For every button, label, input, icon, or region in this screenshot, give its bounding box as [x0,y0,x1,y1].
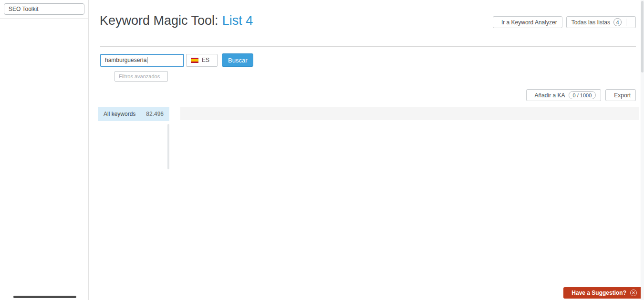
toolkit-selector[interactable]: SEO Toolkit [4,3,84,15]
all-keywords-label: All keywords [104,111,135,117]
all-lists-label: Todas las listas [571,19,610,26]
go-to-keyword-analyzer-button[interactable]: Ir a Keyword Analyzer [493,16,562,28]
quick-filter-row: Filtros avanzados [100,71,168,82]
close-icon[interactable]: ✕ [630,290,637,296]
toolkit-label: SEO Toolkit [9,6,38,12]
horizontal-scrollbar-thumb[interactable] [13,296,76,298]
page-vertical-scrollbar[interactable] [641,0,644,300]
export-label: Export [614,92,631,99]
summary-row [100,90,130,101]
keyword-groups-panel: All keywords 82.496 [98,107,169,300]
page: SEO Toolkit Keyword Magic Tool: List 4 I… [0,0,644,300]
keywords-table [180,107,639,300]
divider [626,19,626,26]
table-header [180,107,639,120]
main-content: Keyword Magic Tool: List 4 Ir a Keyword … [89,0,641,300]
vertical-scrollbar-thumb[interactable] [641,1,644,72]
text-cursor [147,57,147,63]
search-input[interactable]: hamburguesería [100,54,184,67]
spain-flag-icon [191,58,198,63]
go-analyzer-label: Ir a Keyword Analyzer [501,19,557,26]
page-title: Keyword Magic Tool: List 4 [100,13,255,28]
all-keywords-count: 82.496 [146,111,164,117]
add-to-ka-label: Añadir a KA [535,92,565,99]
suggestion-badge[interactable]: Have a Suggestion? ✕ [563,287,641,299]
export-button[interactable]: Export [605,89,636,101]
all-lists-count: 4 [613,18,622,26]
advanced-filters-label: Filtros avanzados [119,73,160,79]
suggestion-label: Have a Suggestion? [571,290,626,296]
language-code: ES [202,57,209,63]
add-to-ka-button[interactable]: Añadir a KA 0 / 1000 [526,89,602,101]
sidebar: SEO Toolkit [0,0,89,300]
ka-counter: 0 / 1000 [569,91,596,99]
all-keywords-group[interactable]: All keywords 82.496 [98,107,169,121]
table-toolbar: Añadir a KA 0 / 1000 Export [526,89,636,101]
sidebar-nav [0,19,88,21]
header-buttons: Ir a Keyword Analyzer Todas las listas 4 [493,16,636,28]
all-lists-button[interactable]: Todas las listas 4 [566,16,636,28]
title-list-selector[interactable]: List 4 [222,13,256,28]
title-list-name: List 4 [222,13,253,28]
title-main: Keyword Magic Tool: [100,13,218,28]
search-button[interactable]: Buscar [222,53,253,67]
search-input-value: hamburguesería [105,57,146,63]
groups-scrollbar-thumb[interactable] [167,124,169,169]
language-selector[interactable]: ES [186,54,218,67]
search-row: hamburguesería ES Buscar [100,53,270,67]
advanced-filters-dropdown[interactable]: Filtros avanzados [114,71,168,82]
keyword-list-tabs [100,35,636,47]
